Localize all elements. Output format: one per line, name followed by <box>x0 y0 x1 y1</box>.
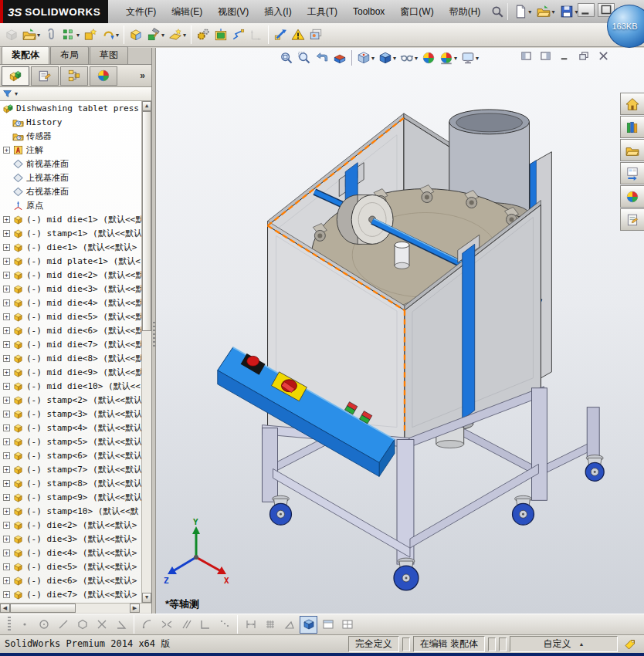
assembly-features-button[interactable]: ▾ <box>145 25 166 45</box>
sk-corner-button[interactable] <box>196 616 214 634</box>
exploded-view-button[interactable] <box>212 25 229 45</box>
scroll-up-icon[interactable]: ▲ <box>142 101 151 111</box>
tree-vscrollbar[interactable]: ▲▼ <box>141 101 151 603</box>
sk-converge-button[interactable] <box>158 616 175 634</box>
expand-icon[interactable]: + <box>3 549 10 556</box>
tree-item[interactable]: +(-) stamp<6> (默认<<默认 <box>0 448 151 462</box>
sk-point-button[interactable] <box>15 616 33 634</box>
expand-icon[interactable]: + <box>3 536 10 543</box>
expand-icon[interactable]: + <box>3 299 10 306</box>
vscroll-thumb[interactable] <box>142 111 151 331</box>
tag-icon[interactable] <box>621 638 639 651</box>
pane-right-button[interactable] <box>537 49 554 63</box>
tree-root[interactable]: Dishwashing tablet press <box>0 101 151 115</box>
tree-item[interactable]: +(-) die<5> (默认<<默认> <box>0 560 151 573</box>
sk-polygon-button[interactable] <box>73 616 91 634</box>
interference-detection-button[interactable] <box>272 25 289 45</box>
display-style-button[interactable]: ▾ <box>377 49 398 66</box>
menu-w[interactable]: 窗口(W) <box>393 3 440 21</box>
tree-item[interactable]: +(-) mid die<8> (默认<<默 <box>0 351 151 365</box>
tab-装配体[interactable]: 装配体 <box>2 46 49 64</box>
expand-icon[interactable]: + <box>3 327 10 334</box>
expand-icon[interactable]: + <box>3 369 10 376</box>
menu-toolbox[interactable]: Toolbox <box>346 4 391 19</box>
expand-icon[interactable]: + <box>3 286 10 292</box>
tree-item[interactable]: +(-) mid plate<1> (默认< <box>0 254 151 268</box>
tree-item[interactable]: +(-) stamp<2> (默认<<默认 <box>0 393 151 407</box>
tree-item[interactable]: History <box>0 115 151 129</box>
linear-component-pattern-button[interactable]: ▾ <box>60 25 81 45</box>
sk-points-button[interactable] <box>215 616 233 634</box>
explode-line-sketch-button[interactable] <box>230 25 247 45</box>
sk-angle-button[interactable] <box>112 616 130 634</box>
tp-design-library-button[interactable] <box>620 116 644 138</box>
expand-icon[interactable]: + <box>3 411 10 418</box>
view-settings-button[interactable]: ▾ <box>459 49 480 66</box>
zoom-fit-button[interactable] <box>278 49 295 66</box>
smart-fasteners-button[interactable] <box>82 25 99 45</box>
tree-item[interactable]: 原点 <box>0 198 151 212</box>
tree-item[interactable]: +(-) die<7> (默认<<默认> <box>0 587 151 601</box>
menu-h[interactable]: 帮助(H) <box>442 3 488 21</box>
sk-arc-button[interactable] <box>138 616 156 634</box>
apply-scene-button[interactable]: ▾ <box>438 49 459 66</box>
expand-icon[interactable]: + <box>3 494 10 501</box>
sk-dimension-button[interactable] <box>242 616 259 634</box>
tree-item[interactable]: +(-) mid die<7> (默认<<默 <box>0 337 151 351</box>
tp-resources-button[interactable] <box>620 93 644 115</box>
expand-icon[interactable]: + <box>3 230 10 237</box>
center-punch-cylinder[interactable] <box>395 242 409 269</box>
tree-item[interactable]: +A注解 <box>0 143 151 157</box>
expand-icon[interactable]: + <box>3 522 10 529</box>
tree-item[interactable]: +(-) mid die<10> (默认<< <box>0 379 151 393</box>
tree-item[interactable]: +(-) mid die<6> (默认<<默 <box>0 323 151 337</box>
graphics-area[interactable]: ▾▾▾▾▾ <box>156 48 644 614</box>
expand-icon[interactable]: + <box>3 383 10 390</box>
menu-i[interactable]: 插入(I) <box>257 3 298 21</box>
tree-item[interactable]: +(-) stamp<7> (默认<<默认 <box>0 462 151 476</box>
tree-item[interactable]: +(-) die<1> (默认<<默认> <box>0 240 151 254</box>
chevron-down-icon[interactable]: ▾ <box>15 90 18 97</box>
tree-hscrollbar[interactable]: ◀ ▶ <box>0 603 151 613</box>
tree-item[interactable]: +(-) stamp<9> (默认<<默认 <box>0 490 151 504</box>
hide-show-items-button[interactable]: ▾ <box>398 49 419 66</box>
fm-properties-tab[interactable] <box>31 66 59 86</box>
toolbar-drag-handle[interactable] <box>8 617 11 632</box>
expand-icon[interactable]: + <box>3 341 10 348</box>
menu-e[interactable]: 编辑(E) <box>164 3 209 21</box>
edit-appearance-button[interactable] <box>420 49 437 66</box>
screen-capture-button[interactable] <box>307 25 324 45</box>
tree-item[interactable]: +(-) mid die<3> (默认<<默 <box>0 282 151 296</box>
tp-view-palette-button[interactable] <box>620 162 644 184</box>
custom-status-caret[interactable]: ▲ <box>579 641 585 647</box>
tree-item[interactable]: 前视基准面 <box>0 157 151 171</box>
status-custom[interactable]: 自定义 ▲ <box>510 636 618 652</box>
caster-wheels[interactable] <box>270 455 605 590</box>
expand-icon[interactable]: + <box>3 480 10 487</box>
view-orientation-button[interactable]: ▾ <box>355 49 376 66</box>
expand-icon[interactable]: + <box>3 563 10 570</box>
tree-item[interactable]: 右视基准面 <box>0 184 151 198</box>
expand-icon[interactable]: + <box>3 577 10 584</box>
win-minimize-button[interactable] <box>578 3 595 17</box>
show-hidden-components-button[interactable] <box>127 25 144 45</box>
tree-item[interactable]: +(-) stamp<3> (默认<<默认 <box>0 407 151 421</box>
expand-icon[interactable]: + <box>3 466 10 473</box>
tree-item[interactable]: +(-) die<2> (默认<<默认> <box>0 518 151 532</box>
fm-display-tab[interactable] <box>90 66 117 86</box>
hscroll-thumb[interactable] <box>10 604 76 613</box>
win-minimize-button[interactable] <box>556 49 573 63</box>
tp-custom-properties-button[interactable] <box>620 208 644 231</box>
tree-item[interactable]: +(-) mid die<1> (默认<<默 <box>0 212 151 226</box>
sk-grid-button[interactable] <box>261 616 279 634</box>
expand-icon[interactable]: + <box>3 216 10 223</box>
reference-geometry-button[interactable]: ▾ <box>167 25 188 45</box>
tree-item[interactable]: +(-) stamp<1> (默认<<默认 <box>0 226 151 240</box>
tree-item[interactable]: +(-) die<4> (默认<<默认> <box>0 546 151 560</box>
pane-left-button[interactable] <box>517 49 534 63</box>
tree-item[interactable]: +(-) stamp<10> (默认<<默 <box>0 504 151 518</box>
open-doc-button[interactable]: ▾ <box>534 3 557 20</box>
expand-icon[interactable]: + <box>3 438 10 445</box>
insert-components-button[interactable] <box>3 25 20 45</box>
expand-icon[interactable]: + <box>3 452 10 459</box>
